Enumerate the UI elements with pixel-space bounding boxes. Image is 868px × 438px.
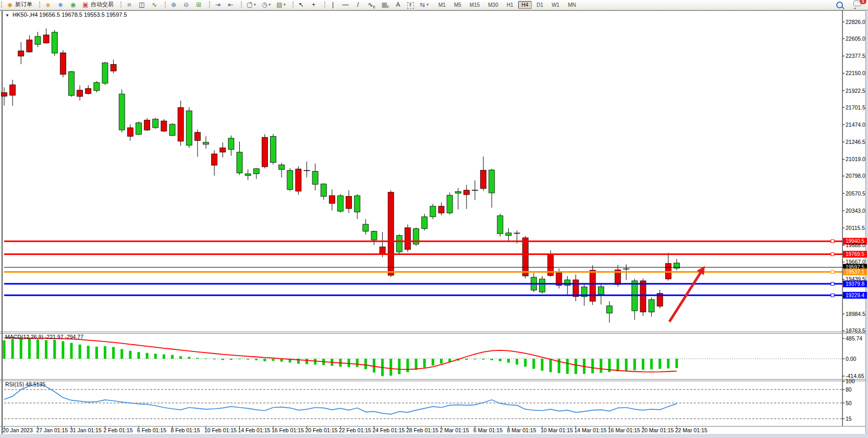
candle-bullish xyxy=(371,231,377,240)
crosshair-icon: + xyxy=(310,1,317,8)
community-button[interactable]: ☻ xyxy=(55,0,66,9)
level-handle[interactable] xyxy=(831,253,834,256)
macd-histogram-bar xyxy=(45,340,47,359)
candle-bearish xyxy=(60,53,66,75)
macd-histogram-bar xyxy=(566,359,569,374)
trendline-button[interactable]: / xyxy=(352,0,364,9)
price-badge-label: 19769.5 xyxy=(846,251,865,257)
level-handle[interactable] xyxy=(831,282,834,285)
macd-histogram-bar xyxy=(188,357,190,359)
text-button[interactable]: A xyxy=(393,0,404,9)
chart-window[interactable]: 19940.519769.519597.519537.119379.819229… xyxy=(0,10,868,438)
timeframe-m1[interactable]: M1 xyxy=(435,1,449,9)
candlestick-chart-icon: ◫ xyxy=(138,1,145,8)
equidistant-channel-button[interactable]: ∿E xyxy=(365,0,378,9)
price-axis-label: 19439.5 xyxy=(846,276,865,282)
price-badge-label: 19537.1 xyxy=(846,269,865,275)
time-axis-label: 20 Jan 2023 xyxy=(3,427,33,433)
candle-bearish xyxy=(178,107,184,141)
candle-bearish xyxy=(590,270,595,301)
timeframe-w1[interactable]: W1 xyxy=(548,1,563,9)
candle-bullish xyxy=(35,36,41,44)
timeframe-h4[interactable]: H4 xyxy=(518,1,532,9)
tile-windows-button[interactable]: ⊞ xyxy=(193,0,204,9)
timeframe-m30[interactable]: M30 xyxy=(484,1,502,9)
arrows-button[interactable]: ⇆▾ xyxy=(417,0,431,9)
time-axis-label: 22 Feb 01:15 xyxy=(339,427,371,433)
fibonacci-button[interactable]: ▦F xyxy=(378,0,391,9)
macd-axis-label: 0.00 xyxy=(846,356,857,362)
candle-bearish xyxy=(463,190,469,194)
price-chart[interactable]: 19940.519769.519597.519537.119379.819229… xyxy=(0,10,868,438)
macd-histogram-bar xyxy=(633,359,636,370)
timeframe-h1[interactable]: H1 xyxy=(503,1,517,9)
macd-histogram-bar xyxy=(263,359,266,361)
timeframe-mn[interactable]: MN xyxy=(564,1,580,9)
macd-histogram-bar xyxy=(348,359,350,367)
toolbar: ◆新订单◈☻◉▣自动交易≡◫∿⊕⊖⊞⇥⇤▢+▾◷▾▤▾↖+|—/∿E▦FAT⇆▾… xyxy=(0,0,868,10)
candle-bearish xyxy=(77,90,83,96)
time-axis-label: 6 Mar 01:15 xyxy=(473,427,503,433)
price-axis-label: 22826.0 xyxy=(846,19,865,25)
crosshair-button[interactable]: + xyxy=(308,0,320,9)
candle-bullish xyxy=(455,191,461,193)
cursor-button[interactable]: ↖ xyxy=(296,0,307,9)
macd-histogram-bar xyxy=(474,359,476,359)
auto-scroll-icon: ⇥ xyxy=(214,1,222,8)
one-click-toggle[interactable]: ▼ xyxy=(5,13,9,18)
line-chart-button[interactable]: ∿ xyxy=(149,0,160,9)
timeframe-m5[interactable]: M5 xyxy=(450,1,465,9)
macd-histogram-bar xyxy=(650,359,653,369)
candlestick-chart-button[interactable]: ◫ xyxy=(136,0,148,9)
toolbar-grip xyxy=(324,2,325,8)
candle-bearish xyxy=(18,51,24,56)
notification-badge: 1 xyxy=(860,0,866,4)
macd-histogram-bar xyxy=(667,359,669,369)
level-handle[interactable] xyxy=(831,240,834,243)
auto-scroll-button[interactable]: ⇥ xyxy=(212,0,224,9)
level-handle[interactable] xyxy=(831,294,834,297)
autotrading-button[interactable]: ▣自动交易 xyxy=(80,0,116,9)
toolbar-grip xyxy=(39,2,40,8)
price-axis-label: 18763.5 xyxy=(846,327,865,334)
horizontal-line-button[interactable]: — xyxy=(340,0,351,9)
vertical-line-button[interactable]: | xyxy=(327,0,339,9)
text-label-button[interactable]: T xyxy=(405,1,416,10)
level-handle[interactable] xyxy=(831,270,834,273)
toolbar-grip xyxy=(292,2,294,8)
zoom-in-button[interactable]: ⊕ xyxy=(168,0,179,9)
channel-icon-letter: E xyxy=(373,5,376,9)
bar-chart-button[interactable]: ≡ xyxy=(124,0,135,9)
signals-button[interactable]: ◉ xyxy=(67,0,79,9)
timeframe-d1[interactable]: D1 xyxy=(533,1,547,9)
bar-chart-icon: ≡ xyxy=(126,1,133,8)
timeframe-m15[interactable]: M15 xyxy=(466,1,483,9)
rsi-axis-label: 50 xyxy=(846,400,852,406)
new-order-button[interactable]: ◆新订单 xyxy=(4,0,34,9)
price-axis-label: 19667.0 xyxy=(846,259,865,265)
candle-bearish xyxy=(2,93,7,96)
macd-histogram-bar xyxy=(138,352,140,359)
period-button[interactable]: ◷▾ xyxy=(259,0,273,9)
zoom-out-button[interactable]: ⊖ xyxy=(180,0,192,9)
macd-histogram-bar xyxy=(364,359,367,369)
candle-bearish xyxy=(10,85,16,95)
macd-histogram-bar xyxy=(280,359,283,362)
time-axis-label: 10 Mar 01:15 xyxy=(541,427,573,433)
chart-shift-button[interactable]: ⇤ xyxy=(225,0,236,9)
market-button[interactable]: ◈ xyxy=(42,0,54,9)
candle-bearish xyxy=(127,128,133,137)
macd-histogram-bar xyxy=(617,359,619,371)
notifications-button[interactable]: 1 xyxy=(851,0,863,10)
candle-bullish xyxy=(271,137,276,163)
rsi-axis-label: 15 xyxy=(846,416,852,422)
arrows-icon: ⇆ xyxy=(419,1,426,8)
macd-histogram-bar xyxy=(432,359,434,366)
search-button[interactable] xyxy=(834,0,845,10)
macd-histogram-bar xyxy=(20,338,22,359)
candle-bearish xyxy=(43,35,49,43)
candle-bullish xyxy=(287,171,293,190)
new-chart-button[interactable]: ▢+▾ xyxy=(244,0,258,9)
macd-histogram-bar xyxy=(179,356,182,359)
templates-button[interactable]: ▤▾ xyxy=(274,0,288,9)
